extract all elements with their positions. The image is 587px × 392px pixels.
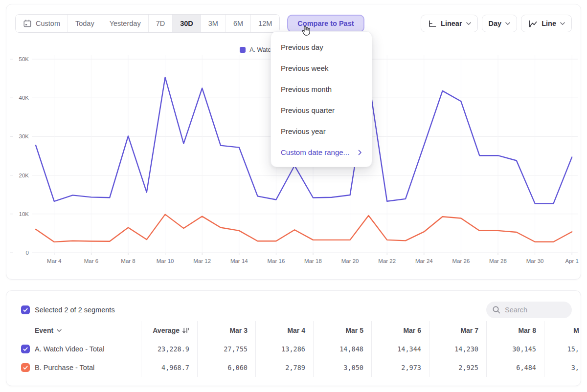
svg-text:Mar 22: Mar 22: [378, 258, 396, 264]
table-cell: 14,848: [313, 340, 371, 358]
analytics-dashboard: Custom Today Yesterday 7D 30D 3M 6M 12M …: [0, 0, 587, 392]
event-label: B. Purchase - Total: [35, 364, 94, 371]
calendar-icon: [23, 19, 32, 28]
table-cell: 6,060: [197, 358, 255, 377]
svg-text:50K: 50K: [19, 56, 29, 62]
table-cell: 2,789: [255, 358, 313, 377]
range-custom-button[interactable]: Custom: [16, 15, 68, 32]
check-icon: [23, 307, 28, 313]
svg-text:Mar 6: Mar 6: [84, 258, 98, 264]
date-column-header: Mar 4: [255, 321, 313, 340]
svg-text:0: 0: [26, 250, 29, 256]
table-cell: 27,755: [197, 340, 255, 358]
date-column-header: Mar 5: [313, 321, 371, 340]
event-cell: A. Watch Video - Total: [21, 340, 141, 358]
chart-toolbar: Custom Today Yesterday 7D 30D 3M 6M 12M …: [6, 4, 581, 33]
row-checkbox[interactable]: [21, 363, 30, 372]
segments-table-card: Selected 2 of 2 segments Event Average: [6, 290, 581, 386]
linear-scale-icon: [428, 20, 437, 28]
event-column-header[interactable]: Event: [21, 321, 141, 340]
svg-text:Mar 24: Mar 24: [415, 258, 433, 264]
svg-text:Mar 30: Mar 30: [526, 258, 544, 264]
scale-select-button[interactable]: Linear: [421, 15, 478, 32]
table-cell: 14,230: [429, 340, 486, 358]
table-cell: 14,344: [371, 340, 429, 358]
chart-type-select-button[interactable]: Line: [521, 15, 572, 32]
search-box: [486, 302, 572, 318]
range-label: Custom: [36, 20, 60, 27]
table-cell-clipped: 15,: [544, 340, 581, 358]
svg-text:10K: 10K: [19, 211, 29, 217]
chevron-down-icon: [505, 22, 510, 25]
date-column-header: Mar 8: [486, 321, 544, 340]
table-cell: 13,286: [255, 340, 313, 358]
table-row-watch-video[interactable]: A. Watch Video - Total 23,228.9 27,755 1…: [21, 340, 581, 358]
interval-select-button[interactable]: Day: [482, 15, 518, 32]
svg-text:Mar 26: Mar 26: [452, 258, 470, 264]
menu-item-previous-day[interactable]: Previous day: [271, 37, 372, 58]
svg-text:Mar 20: Mar 20: [341, 258, 359, 264]
check-icon: [23, 365, 28, 370]
check-icon: [23, 346, 28, 352]
svg-text:Mar 10: Mar 10: [157, 258, 174, 264]
legend-swatch: [240, 47, 246, 53]
table-cell: 6,484: [486, 358, 544, 377]
event-label: A. Watch Video - Total: [35, 345, 104, 353]
range-yesterday-button[interactable]: Yesterday: [102, 15, 148, 32]
range-6m-button[interactable]: 6M: [226, 15, 250, 32]
date-column-header: Mar 7: [429, 321, 486, 340]
sort-descending-icon: [182, 327, 189, 334]
svg-text:20K: 20K: [19, 173, 29, 178]
segments-bar: Selected 2 of 2 segments: [6, 291, 581, 321]
table-cell: 30,145: [486, 340, 544, 358]
svg-text:Mar 28: Mar 28: [489, 258, 507, 264]
range-30d-button[interactable]: 30D: [172, 15, 201, 32]
menu-item-previous-year[interactable]: Previous year: [271, 121, 372, 142]
table-cell: 3,050: [313, 358, 371, 377]
event-cell: B. Purchase - Total: [21, 358, 141, 377]
chevron-down-icon: [466, 22, 471, 25]
table-row-purchase[interactable]: B. Purchase - Total 4,968.7 6,060 2,789 …: [21, 358, 581, 377]
menu-item-custom-date-range[interactable]: Custom date range...: [271, 142, 372, 163]
select-all-checkbox[interactable]: [21, 305, 30, 314]
row-checkbox[interactable]: [21, 345, 30, 353]
svg-text:Mar 18: Mar 18: [304, 258, 322, 264]
search-icon: [492, 305, 501, 314]
range-12m-button[interactable]: 12M: [250, 15, 279, 32]
svg-text:30K: 30K: [19, 133, 29, 139]
table-cell: 2,973: [371, 358, 429, 377]
date-range-control: Custom Today Yesterday 7D 30D 3M 6M 12M: [15, 14, 280, 33]
range-today-button[interactable]: Today: [68, 15, 102, 32]
svg-text:Apr 1: Apr 1: [565, 258, 579, 264]
table-header-row: Event Average Mar 3 Mar 4 Mar 5 Mar 6 Ma…: [21, 321, 581, 340]
compare-to-past-button[interactable]: Compare to Past: [287, 15, 364, 32]
svg-text:Mar 8: Mar 8: [121, 258, 135, 264]
svg-text:Mar 12: Mar 12: [193, 258, 211, 264]
svg-text:Mar 4: Mar 4: [47, 258, 62, 264]
line-chart-icon: [528, 20, 538, 28]
range-7d-button[interactable]: 7D: [148, 15, 173, 32]
svg-text:Mar 16: Mar 16: [268, 258, 285, 264]
svg-text:Mar 14: Mar 14: [230, 258, 248, 264]
table-cell: 23,228.9: [141, 340, 197, 358]
menu-item-previous-week[interactable]: Previous week: [271, 58, 372, 79]
svg-text:40K: 40K: [19, 95, 29, 101]
chevron-down-icon: [57, 329, 62, 332]
chevron-down-icon: [560, 22, 565, 25]
table-cell: 2,925: [429, 358, 486, 377]
date-column-header-clipped: M: [544, 321, 581, 340]
table-cell-clipped: 3,: [544, 358, 581, 377]
compare-to-past-menu: Previous day Previous week Previous mont…: [271, 31, 372, 167]
average-column-header[interactable]: Average: [141, 321, 197, 340]
segments-count-label: Selected 2 of 2 segments: [35, 306, 115, 314]
menu-item-previous-quarter[interactable]: Previous quarter: [271, 100, 372, 121]
date-column-header: Mar 3: [197, 321, 255, 340]
menu-item-previous-month[interactable]: Previous month: [271, 79, 372, 100]
range-3m-button[interactable]: 3M: [201, 15, 226, 32]
date-column-header: Mar 6: [371, 321, 429, 340]
chevron-right-icon: [358, 150, 362, 155]
table-cell: 4,968.7: [141, 358, 197, 377]
